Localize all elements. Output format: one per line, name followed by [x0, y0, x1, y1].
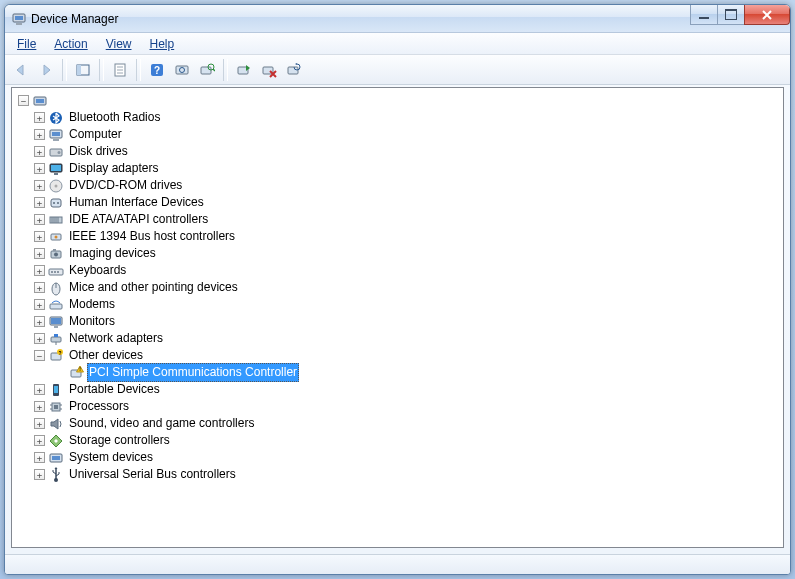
category-label[interactable]: Portable Devices	[67, 381, 162, 398]
expander-icon[interactable]	[34, 231, 45, 242]
menu-action[interactable]: Action	[46, 35, 95, 53]
category-computer[interactable]: Computer	[16, 126, 783, 143]
category-label[interactable]: Other devices	[67, 347, 145, 364]
expander-icon[interactable]	[34, 112, 45, 123]
menu-view[interactable]: View	[98, 35, 140, 53]
camera-icon	[48, 246, 64, 262]
other-icon: ?	[48, 348, 64, 364]
svg-text:?: ?	[154, 65, 160, 76]
category-disk[interactable]: Disk drives	[16, 143, 783, 160]
expander-icon[interactable]	[34, 435, 45, 446]
warning-icon: !	[68, 365, 84, 381]
expander-icon[interactable]	[34, 401, 45, 412]
category-cpu[interactable]: Processors	[16, 398, 783, 415]
category-label[interactable]: Human Interface Devices	[67, 194, 206, 211]
scan-changes-button[interactable]	[282, 58, 306, 82]
expander-icon[interactable]	[34, 146, 45, 157]
category-cdrom[interactable]: DVD/CD-ROM drives	[16, 177, 783, 194]
update-driver-button[interactable]	[195, 58, 219, 82]
expander-icon[interactable]	[34, 214, 45, 225]
expander-icon[interactable]	[34, 333, 45, 344]
expander-icon[interactable]	[18, 95, 29, 106]
category-storage[interactable]: Storage controllers	[16, 432, 783, 449]
category-sound[interactable]: Sound, video and game controllers	[16, 415, 783, 432]
expander-icon[interactable]	[34, 248, 45, 259]
category-label[interactable]: Bluetooth Radios	[67, 109, 162, 126]
expander-icon[interactable]	[34, 452, 45, 463]
category-label[interactable]: Processors	[67, 398, 131, 415]
hid-icon	[48, 195, 64, 211]
category-camera[interactable]: Imaging devices	[16, 245, 783, 262]
category-label[interactable]: Modems	[67, 296, 117, 313]
help-button[interactable]: ?	[145, 58, 169, 82]
category-display[interactable]: Display adapters	[16, 160, 783, 177]
category-label[interactable]: DVD/CD-ROM drives	[67, 177, 184, 194]
category-label[interactable]: Computer	[67, 126, 124, 143]
expander-icon[interactable]	[34, 350, 45, 361]
properties-button[interactable]	[108, 58, 132, 82]
category-label[interactable]: Universal Serial Bus controllers	[67, 466, 238, 483]
category-network[interactable]: Network adapters	[16, 330, 783, 347]
category-firewire[interactable]: IEEE 1394 Bus host controllers	[16, 228, 783, 245]
category-label[interactable]: IDE ATA/ATAPI controllers	[67, 211, 210, 228]
expander-icon[interactable]	[34, 299, 45, 310]
category-monitor[interactable]: Monitors	[16, 313, 783, 330]
enable-button[interactable]	[232, 58, 256, 82]
category-label[interactable]: Display adapters	[67, 160, 160, 177]
category-portable[interactable]: Portable Devices	[16, 381, 783, 398]
maximize-button[interactable]	[717, 5, 745, 25]
scan-hardware-button[interactable]	[170, 58, 194, 82]
category-other[interactable]: ?Other devices	[16, 347, 783, 364]
device-label[interactable]: PCI Simple Communications Controller	[87, 363, 299, 382]
device-tree-panel[interactable]: Bluetooth RadiosComputerDisk drivesDispl…	[11, 87, 784, 548]
minimize-button[interactable]	[690, 5, 718, 25]
cpu-icon	[48, 399, 64, 415]
svg-rect-66	[54, 405, 58, 409]
menubar: File Action View Help	[5, 33, 790, 55]
category-label[interactable]: Disk drives	[67, 143, 130, 160]
uninstall-button[interactable]	[257, 58, 281, 82]
category-hid[interactable]: Human Interface Devices	[16, 194, 783, 211]
expander-icon[interactable]	[34, 129, 45, 140]
category-label[interactable]: Network adapters	[67, 330, 165, 347]
svg-rect-56	[54, 334, 58, 337]
expander-icon[interactable]	[34, 282, 45, 293]
menu-file[interactable]: File	[9, 35, 44, 53]
expander-icon[interactable]	[34, 163, 45, 174]
category-label[interactable]: Mice and other pointing devices	[67, 279, 240, 296]
expander-icon[interactable]	[34, 180, 45, 191]
toolbar-separator	[99, 59, 104, 81]
category-label[interactable]: Monitors	[67, 313, 117, 330]
svg-rect-4	[77, 65, 81, 75]
menu-help[interactable]: Help	[142, 35, 183, 53]
back-button[interactable]	[9, 58, 33, 82]
category-ide[interactable]: IDE ATA/ATAPI controllers	[16, 211, 783, 228]
category-label[interactable]: System devices	[67, 449, 155, 466]
expander-icon[interactable]	[34, 197, 45, 208]
category-label[interactable]: Sound, video and game controllers	[67, 415, 256, 432]
category-bluetooth[interactable]: Bluetooth Radios	[16, 109, 783, 126]
category-mouse[interactable]: Mice and other pointing devices	[16, 279, 783, 296]
expander-icon[interactable]	[34, 265, 45, 276]
show-hide-tree-button[interactable]	[71, 58, 95, 82]
category-label[interactable]: IEEE 1394 Bus host controllers	[67, 228, 237, 245]
expander-icon[interactable]	[34, 316, 45, 327]
close-button[interactable]	[744, 5, 790, 25]
category-label[interactable]: Keyboards	[67, 262, 128, 279]
category-usb[interactable]: Universal Serial Bus controllers	[16, 466, 783, 483]
portable-icon	[48, 382, 64, 398]
forward-button[interactable]	[34, 58, 58, 82]
expander-icon[interactable]	[34, 418, 45, 429]
device-item[interactable]: !PCI Simple Communications Controller	[16, 364, 783, 381]
app-icon	[11, 11, 27, 27]
category-keyboard[interactable]: Keyboards	[16, 262, 783, 279]
titlebar[interactable]: Device Manager	[5, 5, 790, 33]
category-modem[interactable]: Modems	[16, 296, 783, 313]
expander-icon[interactable]	[34, 469, 45, 480]
svg-rect-48	[57, 271, 59, 273]
category-label[interactable]: Storage controllers	[67, 432, 172, 449]
expander-icon[interactable]	[34, 384, 45, 395]
category-system[interactable]: System devices	[16, 449, 783, 466]
category-label[interactable]: Imaging devices	[67, 245, 158, 262]
tree-root[interactable]	[16, 92, 783, 109]
